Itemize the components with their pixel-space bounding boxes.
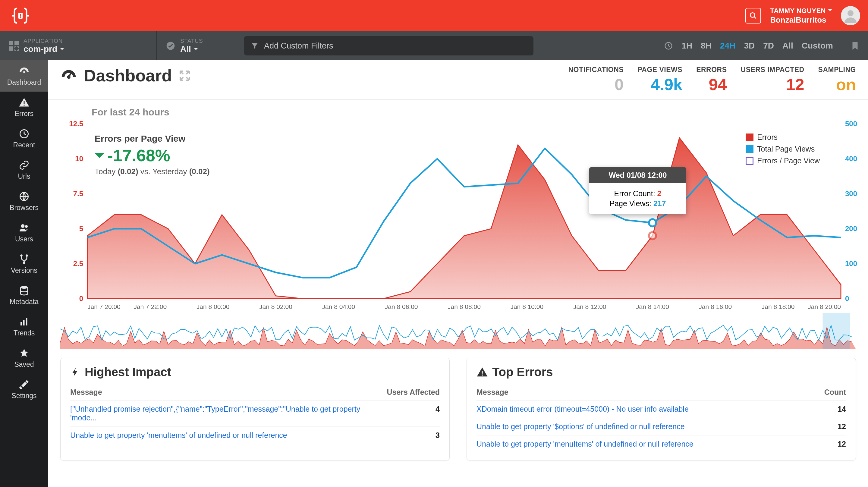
sidebar-item-dashboard[interactable]: Dashboard bbox=[0, 60, 48, 92]
overview-chart[interactable] bbox=[60, 313, 856, 349]
svg-rect-51 bbox=[823, 313, 850, 349]
time-range-7d[interactable]: 7D bbox=[763, 41, 774, 51]
svg-rect-52 bbox=[482, 371, 483, 374]
svg-point-5 bbox=[847, 10, 854, 16]
svg-rect-19 bbox=[21, 322, 22, 326]
apps-grid-icon bbox=[9, 41, 19, 51]
svg-rect-21 bbox=[26, 318, 27, 326]
sidebar-item-label: Recent bbox=[13, 141, 35, 149]
time-range-24h[interactable]: 24H bbox=[720, 41, 735, 51]
gauge-icon bbox=[19, 66, 30, 77]
status-selector[interactable]: STATUS All bbox=[157, 31, 235, 60]
svg-text:Jan 8 04:00: Jan 8 04:00 bbox=[322, 303, 355, 310]
table-row[interactable]: Unable to get property '$options' of und… bbox=[476, 418, 846, 435]
highest-impact-panel: Highest Impact MessageUsers Affected["Un… bbox=[60, 358, 450, 460]
search-button[interactable] bbox=[745, 8, 761, 24]
sidebar-item-label: Users bbox=[15, 235, 33, 243]
down-arrow-icon bbox=[95, 153, 104, 163]
error-link[interactable]: Unable to get property 'menuItems' of un… bbox=[70, 431, 287, 439]
svg-text:500: 500 bbox=[845, 121, 857, 128]
user-name: TAMMY NGUYEN bbox=[770, 7, 826, 15]
svg-text:2.5: 2.5 bbox=[73, 260, 83, 268]
svg-rect-9 bbox=[24, 101, 25, 104]
svg-text:Jan 8 02:00: Jan 8 02:00 bbox=[259, 303, 292, 310]
table-row[interactable]: ["Unhandled promise rejection",{"name":"… bbox=[70, 400, 440, 427]
sidebar-item-label: Settings bbox=[11, 392, 36, 400]
svg-point-50 bbox=[649, 232, 656, 239]
svg-line-4 bbox=[754, 17, 756, 19]
kpi-notifications[interactable]: NOTIFICATIONS0 bbox=[568, 66, 624, 94]
sidebar-item-versions[interactable]: Versions bbox=[0, 248, 48, 280]
link-icon bbox=[19, 160, 30, 171]
time-range-custom[interactable]: Custom bbox=[802, 41, 833, 51]
svg-text:12.5: 12.5 bbox=[69, 121, 83, 128]
sidebar-item-errors[interactable]: Errors bbox=[0, 92, 48, 123]
svg-point-16 bbox=[26, 254, 28, 257]
sidebar-item-metadata[interactable]: Metadata bbox=[0, 280, 48, 311]
sidebar-item-trends[interactable]: Trends bbox=[0, 311, 48, 342]
gauge-icon bbox=[60, 67, 77, 84]
svg-text:300: 300 bbox=[845, 189, 857, 198]
user-menu[interactable]: TAMMY NGUYEN BonzaiBurritos bbox=[770, 7, 832, 25]
svg-rect-20 bbox=[23, 320, 25, 326]
app-logo[interactable] bbox=[8, 5, 33, 26]
sidebar-item-label: Browsers bbox=[10, 204, 38, 212]
svg-point-13 bbox=[21, 224, 25, 228]
svg-text:Jan 8 10:00: Jan 8 10:00 bbox=[510, 303, 544, 310]
svg-text:200: 200 bbox=[845, 224, 857, 233]
error-link[interactable]: XDomain timeout error (timeout=45000) - … bbox=[476, 405, 689, 413]
table-row[interactable]: XDomain timeout error (timeout=45000) - … bbox=[476, 400, 846, 418]
sidebar-item-users[interactable]: Users bbox=[0, 217, 48, 248]
time-range-8h[interactable]: 8H bbox=[701, 41, 712, 51]
top-errors-panel: Top Errors MessageCountXDomain timeout e… bbox=[467, 358, 856, 460]
avatar[interactable] bbox=[841, 6, 860, 25]
error-link[interactable]: ["Unhandled promise rejection",{"name":"… bbox=[70, 405, 360, 422]
sidebar-item-label: Saved bbox=[14, 360, 34, 369]
svg-point-2 bbox=[20, 17, 21, 19]
sidebar-item-label: Urls bbox=[18, 172, 30, 181]
kpi-users-impacted[interactable]: USERS IMPACTED12 bbox=[741, 66, 804, 94]
sidebar-item-browsers[interactable]: Browsers bbox=[0, 186, 48, 217]
svg-point-17 bbox=[23, 262, 25, 264]
time-range-1h[interactable]: 1H bbox=[681, 41, 692, 51]
chevron-down-icon bbox=[194, 44, 198, 54]
chevron-down-icon bbox=[60, 44, 64, 54]
svg-text:Jan 8 16:00: Jan 8 16:00 bbox=[699, 303, 732, 310]
tools-icon bbox=[19, 379, 30, 390]
kpi-page-views[interactable]: PAGE VIEWS4.9k bbox=[638, 66, 682, 94]
sidebar-item-urls[interactable]: Urls bbox=[0, 154, 48, 186]
table-row[interactable]: Unable to get property 'menuItems' of un… bbox=[70, 427, 440, 444]
table-row[interactable]: Unable to get property 'menuItems' of un… bbox=[476, 435, 846, 453]
sidebar-item-settings[interactable]: Settings bbox=[0, 374, 48, 405]
bookmark-icon bbox=[850, 41, 860, 51]
svg-text:Jan 8 00:00: Jan 8 00:00 bbox=[196, 303, 230, 310]
time-range-3d[interactable]: 3D bbox=[744, 41, 755, 51]
svg-text:0: 0 bbox=[845, 295, 849, 303]
sidebar-item-saved[interactable]: Saved bbox=[0, 342, 48, 374]
bookmark-button[interactable] bbox=[842, 41, 868, 51]
kpi-sampling[interactable]: SAMPLINGon bbox=[818, 66, 856, 94]
svg-text:400: 400 bbox=[845, 155, 857, 163]
svg-point-8 bbox=[23, 71, 25, 73]
error-link[interactable]: Unable to get property '$options' of und… bbox=[476, 422, 685, 431]
time-range-all[interactable]: All bbox=[782, 41, 793, 51]
sidebar-item-label: Errors bbox=[15, 110, 34, 118]
svg-text:5: 5 bbox=[79, 224, 83, 233]
svg-point-53 bbox=[482, 374, 483, 375]
time-range-selector: 1H8H24H3D7DAllCustom bbox=[655, 41, 842, 51]
database-icon bbox=[19, 285, 30, 296]
sidebar-item-recent[interactable]: Recent bbox=[0, 123, 48, 154]
application-selector[interactable]: APPLICATION com-prd bbox=[0, 31, 157, 60]
svg-text:Jan 8 18:00: Jan 8 18:00 bbox=[762, 303, 795, 310]
application-label: APPLICATION bbox=[24, 38, 64, 44]
main-chart[interactable]: 02.557.51012.50100200300400500Jan 7 20:0… bbox=[60, 121, 856, 308]
expand-icon[interactable] bbox=[179, 70, 191, 82]
user-icon bbox=[843, 8, 858, 23]
sidebar-item-label: Metadata bbox=[10, 298, 38, 306]
custom-filter-input[interactable]: Add Custom Filters bbox=[244, 36, 533, 56]
svg-point-3 bbox=[750, 13, 755, 17]
kpi-errors[interactable]: ERRORS94 bbox=[696, 66, 727, 94]
error-link[interactable]: Unable to get property 'menuItems' of un… bbox=[476, 440, 693, 448]
bolt-icon bbox=[70, 367, 81, 377]
delta-summary: Errors per Page View -17.68% Today (0.02… bbox=[95, 133, 210, 176]
